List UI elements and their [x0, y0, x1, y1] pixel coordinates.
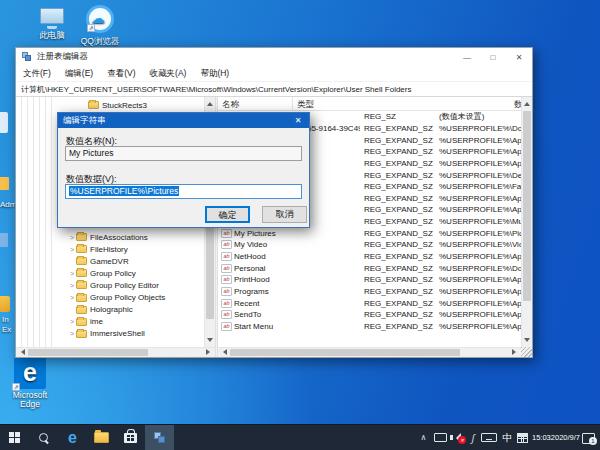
tree-expander-icon[interactable]: >: [68, 282, 76, 289]
scroll-up-arrow[interactable]: [207, 99, 213, 106]
value-data-input[interactable]: %USERPROFILE%\Pictures: [65, 184, 302, 199]
taskbar-explorer-button[interactable]: [87, 425, 116, 450]
tree-item[interactable]: > Group Policy Editor: [16, 279, 203, 291]
scroll-right-arrow[interactable]: [512, 349, 519, 355]
touch-keyboard-button[interactable]: [478, 425, 500, 450]
value-data-cell: %USERPROFILE%\AppDa...: [435, 275, 521, 284]
taskbar-search-button[interactable]: [29, 425, 58, 450]
cancel-button[interactable]: 取消: [262, 206, 307, 223]
resize-grip[interactable]: [521, 347, 532, 357]
tree-item[interactable]: > ime: [16, 316, 203, 328]
scroll-up-arrow[interactable]: [524, 99, 530, 106]
taskbar-store-button[interactable]: [116, 425, 145, 450]
title-bar[interactable]: 注册表编辑器 — □ ✕: [16, 48, 532, 66]
tree-expander-icon[interactable]: >: [68, 270, 76, 277]
tree-expander-icon[interactable]: >: [68, 318, 76, 325]
value-row[interactable]: My Pictures REG_EXPAND_SZ %USERPROFILE%\…: [218, 227, 521, 239]
scroll-left-arrow[interactable]: [18, 349, 25, 355]
list-horizontal-scrollbar[interactable]: [218, 347, 521, 357]
value-name-field[interactable]: My Pictures: [65, 146, 302, 161]
taskbar-clock[interactable]: 15:03 2020/9/7: [533, 425, 579, 450]
string-value-icon: [221, 229, 232, 238]
minimize-button[interactable]: —: [454, 48, 480, 66]
value-row[interactable]: Programs REG_EXPAND_SZ %USERPROFILE%\App…: [218, 286, 521, 298]
audio-jack-tray-button[interactable]: ʃ: [468, 425, 478, 450]
tree-item[interactable]: Holographic: [16, 304, 203, 316]
hidden-icons-chevron[interactable]: ∧: [416, 425, 431, 450]
menu-item[interactable]: 收藏夹(A): [143, 68, 194, 80]
value-row[interactable]: My Video REG_EXPAND_SZ %USERPROFILE%\Vid…: [218, 239, 521, 251]
dialog-close-button[interactable]: ✕: [287, 116, 309, 125]
menu-item[interactable]: 编辑(E): [58, 68, 100, 80]
string-value-icon: [221, 299, 232, 308]
tree-horizontal-scrollbar[interactable]: [16, 347, 215, 357]
tree-expander-icon[interactable]: >: [68, 234, 76, 241]
tree-item[interactable]: > FileHistory: [16, 243, 203, 255]
address-bar[interactable]: 计算机\HKEY_CURRENT_USER\SOFTWARE\Microsoft…: [16, 82, 532, 97]
menu-item[interactable]: 文件(F): [16, 68, 58, 80]
value-name: SendTo: [234, 310, 261, 319]
tree-item[interactable]: > Group Policy: [16, 267, 203, 279]
scrollbar-thumb[interactable]: [28, 349, 148, 356]
ime-toolbar-button[interactable]: [515, 425, 530, 450]
column-header[interactable]: 名称: [218, 97, 293, 110]
taskbar-edge-button[interactable]: [58, 425, 87, 450]
value-name-cell: SendTo: [218, 310, 360, 319]
value-row[interactable]: Personal REG_EXPAND_SZ %USERPROFILE%\Doc…: [218, 262, 521, 274]
string-value-icon: [221, 310, 232, 319]
tree-item[interactable]: > ImmersiveShell: [16, 328, 203, 340]
tree-item[interactable]: > FileAssociations: [16, 231, 203, 243]
desktop-icon-microsoft-edge[interactable]: e ↗ Microsoft Edge: [8, 357, 52, 409]
mute-badge-icon: ✕: [458, 436, 466, 444]
network-tray-button[interactable]: [431, 425, 450, 450]
desktop-icon-this-pc[interactable]: 此电脑: [26, 8, 78, 40]
desktop: 此电脑 ☁ ↗ QQ浏览器 e ↗ Microsoft Edge Adm In …: [0, 0, 600, 450]
menu-item[interactable]: 帮助(H): [193, 68, 236, 80]
edge-e-glyph: e: [23, 358, 37, 386]
folder-icon: [76, 306, 87, 314]
scroll-right-arrow[interactable]: [206, 349, 213, 355]
scrollbar-thumb[interactable]: [523, 111, 531, 301]
tree-item-label: StuckRects3: [102, 101, 147, 110]
value-type-cell: REG_EXPAND_SZ: [360, 240, 435, 249]
tree-item[interactable]: GameDVR: [16, 255, 203, 267]
desktop-icon-label: QQ浏览器: [74, 37, 126, 46]
ok-button[interactable]: 确定: [205, 206, 250, 223]
value-row[interactable]: Start Menu REG_EXPAND_SZ %USERPROFILE%\A…: [218, 321, 521, 333]
scroll-down-arrow[interactable]: [207, 338, 213, 345]
maximize-button[interactable]: □: [480, 48, 506, 66]
value-row[interactable]: PrintHood REG_EXPAND_SZ %USERPROFILE%\Ap…: [218, 274, 521, 286]
value-row[interactable]: NetHood REG_EXPAND_SZ %USERPROFILE%\AppD…: [218, 251, 521, 263]
windows-logo-icon: [9, 432, 20, 443]
system-tray: ∧ ✕ ʃ 中 15:03 2020/9/7 1: [416, 425, 600, 450]
tree-expander-icon[interactable]: >: [68, 246, 76, 253]
list-vertical-scrollbar[interactable]: [521, 97, 532, 347]
column-header[interactable]: 类型: [293, 97, 510, 110]
value-row[interactable]: Recent REG_EXPAND_SZ %USERPROFILE%\AppDa…: [218, 297, 521, 309]
scrollbar-thumb[interactable]: [230, 349, 460, 356]
tree-expander-icon[interactable]: >: [68, 330, 76, 337]
taskbar-regedit-button[interactable]: [145, 425, 174, 450]
partial-desktop-icon-label: Ex: [2, 325, 11, 334]
tree-expander-icon[interactable]: >: [68, 294, 76, 301]
value-data-cell: %USERPROFILE%\AppDa...: [435, 299, 521, 308]
close-button[interactable]: ✕: [506, 48, 532, 66]
tree-item[interactable]: > Group Policy Objects: [16, 291, 203, 303]
action-center-icon: 1: [582, 432, 596, 444]
scroll-down-arrow[interactable]: [524, 338, 530, 345]
value-type-cell: REG_EXPAND_SZ: [360, 252, 435, 261]
scroll-left-arrow[interactable]: [220, 349, 227, 355]
desktop-icon-qq-browser[interactable]: ☁ ↗ QQ浏览器: [74, 5, 126, 46]
action-center-button[interactable]: 1: [582, 425, 600, 450]
start-button[interactable]: [0, 425, 29, 450]
value-row[interactable]: SendTo REG_EXPAND_SZ %USERPROFILE%\AppDa…: [218, 309, 521, 321]
ime-language-indicator[interactable]: 中: [500, 425, 515, 450]
tree-item-stuckrects3[interactable]: StuckRects3: [16, 99, 203, 111]
value-name-cell: Start Menu: [218, 322, 360, 331]
value-data-cell: %USERPROFILE%\AppDa...: [435, 205, 521, 214]
menu-item[interactable]: 查看(V): [100, 68, 142, 80]
volume-tray-button[interactable]: ✕: [450, 425, 468, 450]
value-name: Start Menu: [234, 322, 273, 331]
dialog-title-bar[interactable]: 编辑字符串 ✕: [58, 113, 309, 128]
network-icon: [434, 433, 447, 443]
